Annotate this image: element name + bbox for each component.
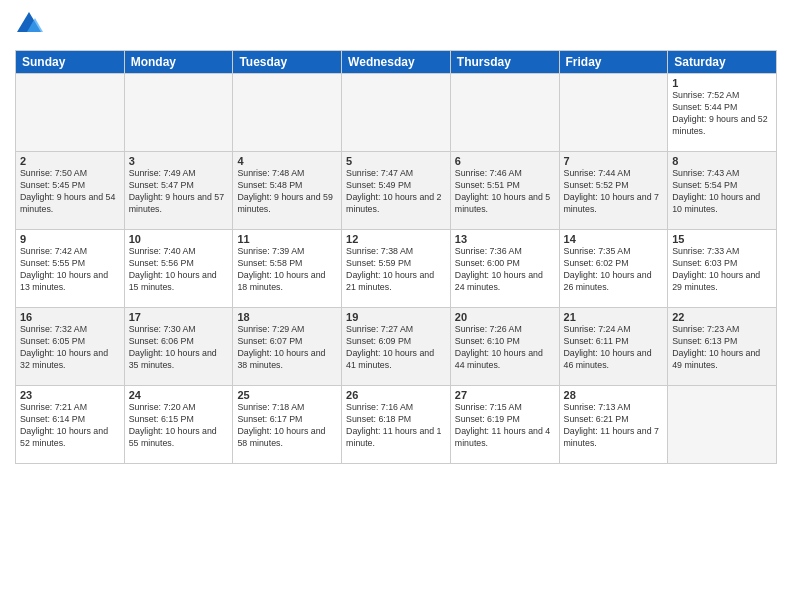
day-number: 10 (129, 233, 229, 245)
day-cell (124, 74, 233, 152)
day-cell: 17Sunrise: 7:30 AM Sunset: 6:06 PM Dayli… (124, 308, 233, 386)
day-cell: 23Sunrise: 7:21 AM Sunset: 6:14 PM Dayli… (16, 386, 125, 464)
day-info: Sunrise: 7:21 AM Sunset: 6:14 PM Dayligh… (20, 402, 120, 450)
day-info: Sunrise: 7:30 AM Sunset: 6:06 PM Dayligh… (129, 324, 229, 372)
day-number: 18 (237, 311, 337, 323)
week-row-4: 16Sunrise: 7:32 AM Sunset: 6:05 PM Dayli… (16, 308, 777, 386)
day-number: 6 (455, 155, 555, 167)
day-header-tuesday: Tuesday (233, 51, 342, 74)
week-row-2: 2Sunrise: 7:50 AM Sunset: 5:45 PM Daylig… (16, 152, 777, 230)
day-number: 22 (672, 311, 772, 323)
day-cell: 5Sunrise: 7:47 AM Sunset: 5:49 PM Daylig… (342, 152, 451, 230)
calendar-table: SundayMondayTuesdayWednesdayThursdayFrid… (15, 50, 777, 464)
day-number: 25 (237, 389, 337, 401)
day-cell: 11Sunrise: 7:39 AM Sunset: 5:58 PM Dayli… (233, 230, 342, 308)
day-cell: 20Sunrise: 7:26 AM Sunset: 6:10 PM Dayli… (450, 308, 559, 386)
day-cell (559, 74, 668, 152)
day-cell (450, 74, 559, 152)
day-info: Sunrise: 7:50 AM Sunset: 5:45 PM Dayligh… (20, 168, 120, 216)
day-info: Sunrise: 7:49 AM Sunset: 5:47 PM Dayligh… (129, 168, 229, 216)
day-header-wednesday: Wednesday (342, 51, 451, 74)
day-info: Sunrise: 7:18 AM Sunset: 6:17 PM Dayligh… (237, 402, 337, 450)
week-row-1: 1Sunrise: 7:52 AM Sunset: 5:44 PM Daylig… (16, 74, 777, 152)
day-cell: 2Sunrise: 7:50 AM Sunset: 5:45 PM Daylig… (16, 152, 125, 230)
day-info: Sunrise: 7:36 AM Sunset: 6:00 PM Dayligh… (455, 246, 555, 294)
day-cell: 8Sunrise: 7:43 AM Sunset: 5:54 PM Daylig… (668, 152, 777, 230)
day-number: 13 (455, 233, 555, 245)
day-number: 2 (20, 155, 120, 167)
day-cell: 16Sunrise: 7:32 AM Sunset: 6:05 PM Dayli… (16, 308, 125, 386)
day-number: 24 (129, 389, 229, 401)
day-cell: 26Sunrise: 7:16 AM Sunset: 6:18 PM Dayli… (342, 386, 451, 464)
day-number: 1 (672, 77, 772, 89)
day-header-friday: Friday (559, 51, 668, 74)
day-number: 8 (672, 155, 772, 167)
day-cell (342, 74, 451, 152)
day-info: Sunrise: 7:23 AM Sunset: 6:13 PM Dayligh… (672, 324, 772, 372)
day-cell: 21Sunrise: 7:24 AM Sunset: 6:11 PM Dayli… (559, 308, 668, 386)
logo-icon (15, 10, 43, 38)
page-header (15, 10, 777, 42)
day-cell: 7Sunrise: 7:44 AM Sunset: 5:52 PM Daylig… (559, 152, 668, 230)
day-cell: 6Sunrise: 7:46 AM Sunset: 5:51 PM Daylig… (450, 152, 559, 230)
day-info: Sunrise: 7:43 AM Sunset: 5:54 PM Dayligh… (672, 168, 772, 216)
day-cell: 10Sunrise: 7:40 AM Sunset: 5:56 PM Dayli… (124, 230, 233, 308)
day-cell (16, 74, 125, 152)
day-info: Sunrise: 7:16 AM Sunset: 6:18 PM Dayligh… (346, 402, 446, 450)
day-info: Sunrise: 7:38 AM Sunset: 5:59 PM Dayligh… (346, 246, 446, 294)
day-cell: 12Sunrise: 7:38 AM Sunset: 5:59 PM Dayli… (342, 230, 451, 308)
day-info: Sunrise: 7:48 AM Sunset: 5:48 PM Dayligh… (237, 168, 337, 216)
day-cell (233, 74, 342, 152)
week-row-3: 9Sunrise: 7:42 AM Sunset: 5:55 PM Daylig… (16, 230, 777, 308)
day-info: Sunrise: 7:44 AM Sunset: 5:52 PM Dayligh… (564, 168, 664, 216)
day-number: 7 (564, 155, 664, 167)
day-info: Sunrise: 7:26 AM Sunset: 6:10 PM Dayligh… (455, 324, 555, 372)
day-cell: 18Sunrise: 7:29 AM Sunset: 6:07 PM Dayli… (233, 308, 342, 386)
day-info: Sunrise: 7:32 AM Sunset: 6:05 PM Dayligh… (20, 324, 120, 372)
day-info: Sunrise: 7:20 AM Sunset: 6:15 PM Dayligh… (129, 402, 229, 450)
day-info: Sunrise: 7:47 AM Sunset: 5:49 PM Dayligh… (346, 168, 446, 216)
day-number: 26 (346, 389, 446, 401)
day-cell: 27Sunrise: 7:15 AM Sunset: 6:19 PM Dayli… (450, 386, 559, 464)
day-number: 27 (455, 389, 555, 401)
day-cell: 9Sunrise: 7:42 AM Sunset: 5:55 PM Daylig… (16, 230, 125, 308)
day-number: 4 (237, 155, 337, 167)
day-cell: 22Sunrise: 7:23 AM Sunset: 6:13 PM Dayli… (668, 308, 777, 386)
day-cell: 24Sunrise: 7:20 AM Sunset: 6:15 PM Dayli… (124, 386, 233, 464)
day-header-thursday: Thursday (450, 51, 559, 74)
day-cell: 4Sunrise: 7:48 AM Sunset: 5:48 PM Daylig… (233, 152, 342, 230)
day-number: 20 (455, 311, 555, 323)
day-info: Sunrise: 7:46 AM Sunset: 5:51 PM Dayligh… (455, 168, 555, 216)
day-number: 9 (20, 233, 120, 245)
day-number: 19 (346, 311, 446, 323)
day-info: Sunrise: 7:33 AM Sunset: 6:03 PM Dayligh… (672, 246, 772, 294)
day-number: 3 (129, 155, 229, 167)
day-number: 28 (564, 389, 664, 401)
day-header-sunday: Sunday (16, 51, 125, 74)
day-info: Sunrise: 7:15 AM Sunset: 6:19 PM Dayligh… (455, 402, 555, 450)
day-info: Sunrise: 7:35 AM Sunset: 6:02 PM Dayligh… (564, 246, 664, 294)
day-number: 16 (20, 311, 120, 323)
day-info: Sunrise: 7:29 AM Sunset: 6:07 PM Dayligh… (237, 324, 337, 372)
day-cell: 1Sunrise: 7:52 AM Sunset: 5:44 PM Daylig… (668, 74, 777, 152)
logo (15, 10, 47, 42)
day-cell: 25Sunrise: 7:18 AM Sunset: 6:17 PM Dayli… (233, 386, 342, 464)
day-info: Sunrise: 7:13 AM Sunset: 6:21 PM Dayligh… (564, 402, 664, 450)
day-cell: 14Sunrise: 7:35 AM Sunset: 6:02 PM Dayli… (559, 230, 668, 308)
day-header-monday: Monday (124, 51, 233, 74)
day-info: Sunrise: 7:24 AM Sunset: 6:11 PM Dayligh… (564, 324, 664, 372)
day-cell (668, 386, 777, 464)
day-number: 23 (20, 389, 120, 401)
calendar-header-row: SundayMondayTuesdayWednesdayThursdayFrid… (16, 51, 777, 74)
day-cell: 19Sunrise: 7:27 AM Sunset: 6:09 PM Dayli… (342, 308, 451, 386)
day-info: Sunrise: 7:42 AM Sunset: 5:55 PM Dayligh… (20, 246, 120, 294)
day-number: 12 (346, 233, 446, 245)
day-number: 11 (237, 233, 337, 245)
day-info: Sunrise: 7:52 AM Sunset: 5:44 PM Dayligh… (672, 90, 772, 138)
day-number: 21 (564, 311, 664, 323)
day-cell: 15Sunrise: 7:33 AM Sunset: 6:03 PM Dayli… (668, 230, 777, 308)
day-number: 17 (129, 311, 229, 323)
day-number: 5 (346, 155, 446, 167)
day-cell: 3Sunrise: 7:49 AM Sunset: 5:47 PM Daylig… (124, 152, 233, 230)
day-info: Sunrise: 7:40 AM Sunset: 5:56 PM Dayligh… (129, 246, 229, 294)
